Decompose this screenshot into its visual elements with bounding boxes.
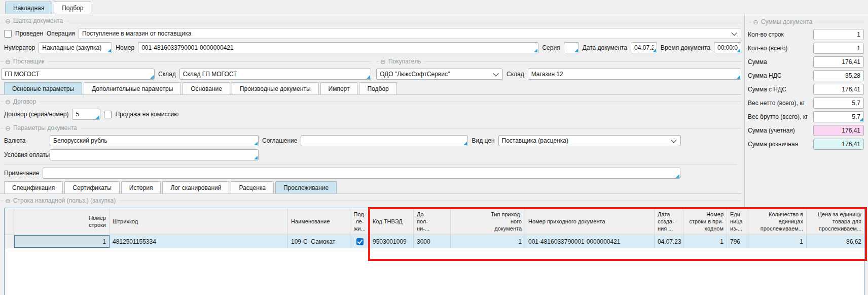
tab-история[interactable]: История bbox=[121, 181, 161, 193]
note-field[interactable] bbox=[43, 168, 680, 179]
collapse-icon[interactable]: ⊖ bbox=[753, 19, 758, 25]
tab-подбор[interactable]: Подбор bbox=[54, 2, 91, 14]
chevron-down-icon bbox=[671, 137, 676, 143]
collapse-icon[interactable]: ⊖ bbox=[380, 58, 386, 65]
collapse-icon[interactable]: ⊖ bbox=[5, 18, 11, 24]
column-header-tnved-code[interactable]: Код ТНВЭД bbox=[370, 208, 414, 235]
number-value: 001-4816033790001-0000000421 bbox=[141, 44, 234, 51]
supplier-group-title: Поставщик bbox=[13, 58, 45, 65]
cell-tnved-code[interactable]: 9503001009 bbox=[370, 235, 414, 248]
tab-импорт[interactable]: Импорт bbox=[320, 82, 358, 94]
buyer-warehouse-value: Магазин 12 bbox=[531, 71, 563, 78]
series-field[interactable] bbox=[564, 42, 579, 53]
totals-row: Кол-во строк1 bbox=[748, 27, 864, 41]
totals-value-field[interactable]: 176,41 bbox=[813, 56, 864, 68]
collapse-icon[interactable]: ⊖ bbox=[5, 58, 11, 65]
agreement-field[interactable] bbox=[301, 135, 468, 146]
operation-row: Проведен Операция Поступление в магазин … bbox=[4, 26, 741, 41]
contract-row: Договор (серия/номер) 5 Продажа на комис… bbox=[4, 107, 741, 121]
currency-field[interactable]: Белорусский рубль bbox=[50, 135, 259, 146]
cell-barcode[interactable]: 4812501155334 bbox=[110, 235, 288, 248]
collapse-icon[interactable]: ⊖ bbox=[5, 198, 11, 204]
cell-income-doc-type[interactable]: 1 bbox=[451, 235, 525, 248]
cell-traceable-flag[interactable] bbox=[350, 235, 370, 248]
cell-name[interactable]: 109-С Самокат bbox=[288, 235, 350, 248]
totals-value-field[interactable]: 5,7 bbox=[813, 111, 864, 122]
totals-value-field[interactable]: 176,41 bbox=[813, 125, 864, 136]
numerator-field[interactable]: Накладные (закупка) bbox=[39, 42, 112, 53]
totals-label: Сумма (учетная) bbox=[748, 127, 813, 134]
contract-group-header: ⊖ Договор bbox=[1, 97, 741, 106]
supplier-warehouse-label: Склад bbox=[158, 71, 176, 78]
cell-income-doc-number[interactable]: 001-4816033790001-0000000421 bbox=[525, 235, 655, 248]
buyer-value: ОДО "ЛюксСофтСервис" bbox=[380, 71, 450, 78]
tab-накладная[interactable]: Накладная bbox=[5, 2, 52, 14]
contract-field[interactable]: 5 bbox=[72, 109, 100, 120]
supplier-warehouse-field[interactable]: Склад ГП МОГОСТ bbox=[179, 69, 371, 80]
buyer-select[interactable]: ОДО "ЛюксСофтСервис" bbox=[376, 69, 503, 80]
cell-traceable-quantity[interactable]: 1 bbox=[748, 235, 807, 248]
totals-row: Сумма с НДС176,41 bbox=[748, 82, 864, 96]
tab-расценка[interactable]: Расценка bbox=[231, 181, 274, 193]
cell-unit[interactable]: 796 bbox=[727, 235, 748, 248]
totals-row: Вес брутто (всего), кг5,7 bbox=[748, 110, 864, 123]
column-header-traceable-unit-price[interactable]: Цена за единицу товара для прослеживаем.… bbox=[807, 208, 865, 235]
doc-time-field[interactable]: 00:00:00 bbox=[714, 42, 741, 53]
column-header-income-line-number[interactable]: Номер строки в при- ходном bbox=[683, 208, 727, 235]
table-data-row[interactable]: 14812501155334109-С Самокат9503001009300… bbox=[5, 235, 864, 248]
tab-подбор[interactable]: Подбор bbox=[359, 82, 396, 94]
column-header-creation-date[interactable]: Дата созда- ния ... bbox=[655, 208, 683, 235]
tab-основные-параметры[interactable]: Основные параметры bbox=[4, 82, 82, 94]
tab-сертификаты[interactable]: Сертификаты bbox=[64, 181, 120, 193]
collapse-icon[interactable]: ⊖ bbox=[5, 125, 11, 132]
column-header-barcode[interactable]: Штрихкод bbox=[110, 208, 288, 235]
column-header-unit[interactable]: Еди- ница из-... bbox=[727, 208, 748, 235]
tab-производные-документы[interactable]: Производные документы bbox=[232, 82, 319, 94]
commission-checkbox[interactable] bbox=[104, 111, 112, 118]
cell-additional-unit[interactable]: 3000 bbox=[414, 235, 451, 248]
cell-line-number[interactable]: 1 bbox=[14, 235, 110, 248]
operation-select[interactable]: Поступление в магазин от поставщика bbox=[79, 28, 741, 39]
column-header-income-doc-type[interactable]: Тип приход- ного документа bbox=[451, 208, 525, 235]
tab-лог-сканирований[interactable]: Лог сканирований bbox=[162, 181, 229, 193]
totals-group-title: Суммы документа bbox=[761, 18, 813, 25]
price-type-select[interactable]: Поставщика (расценка) bbox=[498, 135, 681, 146]
totals-label: Кол-во (всего) bbox=[748, 45, 813, 52]
totals-value-field[interactable]: 1 bbox=[813, 29, 864, 40]
tab-основание[interactable]: Основание bbox=[183, 82, 230, 94]
numerator-label: Нумератор bbox=[4, 44, 35, 51]
number-field[interactable]: 001-4816033790001-0000000421 bbox=[138, 42, 538, 53]
tab-дополнительные-параметры[interactable]: Дополнительные параметры bbox=[84, 82, 181, 94]
collapse-icon[interactable]: ⊖ bbox=[5, 99, 11, 105]
totals-value-field[interactable]: 176,41 bbox=[813, 139, 864, 150]
payment-terms-field[interactable] bbox=[50, 149, 259, 160]
price-type-label: Вид цен bbox=[472, 137, 494, 144]
column-header-traceable-quantity[interactable]: Количество в единицах прослеживаем... bbox=[748, 208, 807, 235]
cell-traceable-unit-price[interactable]: 86,62 bbox=[807, 235, 865, 248]
contract-value: 5 bbox=[76, 111, 79, 118]
buyer-warehouse-field[interactable]: Магазин 12 bbox=[528, 69, 741, 80]
column-header-line-number[interactable]: Номер строки bbox=[14, 208, 110, 235]
supplier-field[interactable]: ГП МОГОСТ bbox=[1, 69, 155, 80]
totals-value-field[interactable]: 5,7 bbox=[813, 97, 864, 109]
tab-спецификация[interactable]: Спецификация bbox=[4, 181, 63, 193]
tab-прослеживание[interactable]: Прослеживание bbox=[275, 181, 337, 193]
totals-label: Сумма розничная bbox=[748, 141, 813, 148]
posted-checkbox[interactable] bbox=[4, 30, 12, 38]
totals-value-field[interactable]: 176,41 bbox=[813, 84, 864, 95]
cell-income-line-number[interactable]: 1 bbox=[683, 235, 727, 248]
cell-creation-date[interactable]: 04.07.23 bbox=[655, 235, 683, 248]
column-header-income-doc-number[interactable]: Номер приходного документа bbox=[525, 208, 655, 235]
group-dash bbox=[749, 22, 751, 22]
doc-date-field[interactable]: 04.07.23 bbox=[631, 42, 657, 53]
totals-value-field[interactable]: 1 bbox=[813, 43, 864, 54]
doc-time-value: 00:00:00 bbox=[717, 44, 738, 51]
column-header-traceable-flag[interactable]: Под- ле- жи... bbox=[350, 208, 370, 235]
buyer-group: ⊖ Покупатель ОДО "ЛюксСофтСервис" Склад … bbox=[375, 55, 741, 81]
totals-value-field[interactable]: 35,28 bbox=[813, 70, 864, 81]
traceable-checkbox[interactable] bbox=[356, 238, 364, 245]
column-header-additional-unit[interactable]: До- пол- ни-... bbox=[414, 208, 451, 235]
currency-value: Белорусский рубль bbox=[53, 137, 107, 144]
chevron-down-icon bbox=[493, 71, 498, 76]
column-header-name[interactable]: Наименование bbox=[288, 208, 350, 235]
